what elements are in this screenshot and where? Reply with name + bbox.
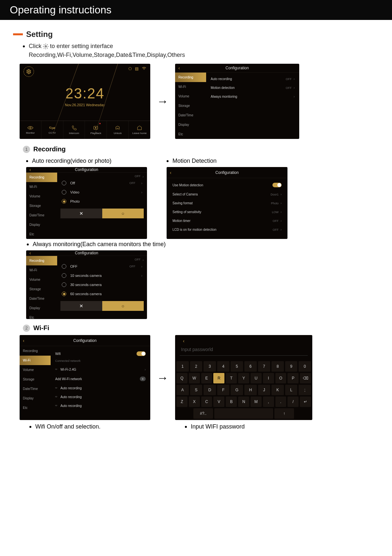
sidebar-item-volume[interactable]: Volume <box>26 275 57 284</box>
key-a[interactable]: A <box>176 385 189 395</box>
row-lcd-motion[interactable]: LCD is on for motion detectionOFF› <box>171 225 283 234</box>
key-z[interactable]: Z <box>176 396 188 407</box>
sidebar-item-display[interactable]: Display <box>20 394 51 403</box>
key-v[interactable]: V <box>213 396 224 407</box>
back-button[interactable]: ‹ <box>178 65 180 71</box>
row-always-monitoring[interactable]: Always montioring› <box>209 92 296 101</box>
sidebar-item-storage[interactable]: Storage <box>20 375 51 384</box>
sidebar-item-recording[interactable]: Recording <box>26 256 57 265</box>
sidebar-item-recording[interactable]: Recording <box>175 73 206 82</box>
key-u[interactable]: U <box>251 373 262 383</box>
wifi-net-3[interactable]: ⌔Auto recording <box>55 401 146 410</box>
sidebar-item-datetime[interactable]: Date/Time <box>26 211 57 220</box>
key-f[interactable]: F <box>217 385 230 395</box>
gear-button[interactable] <box>24 66 34 77</box>
row-sensitivity[interactable]: Setting of sensitivityLOW› <box>171 208 283 216</box>
sidebar-item-volume[interactable]: Volume <box>175 92 206 101</box>
password-input[interactable]: Input passworld <box>180 344 308 356</box>
sidebar-item-etc[interactable]: Etc <box>26 313 57 319</box>
radio-video[interactable]: Video› <box>60 188 144 197</box>
key-o[interactable]: O <box>275 373 286 383</box>
cancel-button[interactable]: ✕ <box>60 301 102 311</box>
back-button[interactable]: ‹ <box>29 167 31 172</box>
sidebar-item-storage[interactable]: Storage <box>175 101 206 110</box>
key-p[interactable]: P <box>287 373 299 383</box>
sidebar-item-storage[interactable]: Storage <box>26 284 57 294</box>
nav-leave[interactable]: Leave home <box>129 121 150 139</box>
sidebar-item-etc[interactable]: Etc <box>175 129 206 139</box>
sidebar-item-datetime[interactable]: Date/Time <box>20 384 51 394</box>
sidebar-item-etc[interactable]: Etc <box>20 403 51 413</box>
radio-10s[interactable]: 10 seconds camera› <box>60 271 144 280</box>
sidebar-item-display[interactable]: Display <box>175 120 206 129</box>
key-comma[interactable]: , <box>263 396 274 407</box>
sidebar-item-wifi[interactable]: Wi-Fi <box>26 182 57 192</box>
key-7[interactable]: 7 <box>258 361 270 372</box>
sidebar-item-recording[interactable]: Recording <box>26 173 57 182</box>
key-w[interactable]: W <box>189 373 200 383</box>
nav-unlock[interactable]: Unlock <box>107 121 129 139</box>
row-motion-timer[interactable]: Motion timerOFF› <box>171 216 283 225</box>
key-4[interactable]: 4 <box>217 361 230 372</box>
key-1[interactable]: 1 <box>176 361 189 372</box>
key-backspace[interactable]: ⌫ <box>300 373 311 383</box>
add-icon[interactable]: + <box>140 377 146 381</box>
key-y[interactable]: Y <box>238 373 249 383</box>
confirm-button[interactable]: ○ <box>102 209 144 218</box>
row-saving-format[interactable]: Saving formatPhoto› <box>171 199 283 208</box>
key-2[interactable]: 2 <box>190 361 203 372</box>
key-l[interactable]: L <box>285 385 298 395</box>
wifi-add-row[interactable]: Add Wi-Fi network+ <box>55 374 146 384</box>
key-t[interactable]: T <box>226 373 237 383</box>
key-c[interactable]: C <box>201 396 212 407</box>
key-g[interactable]: G <box>231 385 243 395</box>
sidebar-item-wifi[interactable]: Wi-Fi <box>175 82 206 92</box>
key-n[interactable]: N <box>238 396 249 407</box>
key-space[interactable] <box>214 408 273 419</box>
nav-intercom[interactable]: Intercom <box>63 121 85 139</box>
cancel-button[interactable]: ✕ <box>60 209 102 218</box>
sidebar-item-display[interactable]: Display <box>26 303 57 313</box>
key-6[interactable]: 6 <box>244 361 257 372</box>
radio-30s[interactable]: 30 seconds camera <box>60 280 144 289</box>
wifi-net-2[interactable]: ⌔Auto recording <box>55 393 146 401</box>
radio-always-off[interactable]: OFFOFF› <box>60 262 144 271</box>
wifi-toggle-row[interactable]: Wifi <box>55 349 146 359</box>
key-q[interactable]: Q <box>176 373 188 383</box>
key-r[interactable]: R <box>213 373 224 383</box>
radio-60s[interactable]: 60 seconds camera <box>60 289 144 298</box>
back-button[interactable]: ‹ <box>183 338 185 344</box>
back-button[interactable]: ‹ <box>170 170 172 175</box>
key-3[interactable]: 3 <box>204 361 216 372</box>
key-semicolon[interactable]: ; <box>299 385 311 395</box>
key-j[interactable]: J <box>258 385 270 395</box>
key-9[interactable]: 9 <box>285 361 298 372</box>
sidebar-item-recording[interactable]: Recording <box>20 346 51 356</box>
sidebar-item-storage[interactable]: Storage <box>26 201 57 211</box>
nav-cctv[interactable]: CCTV <box>41 121 63 139</box>
radio-photo[interactable]: Photo <box>60 197 144 206</box>
sidebar-item-wifi[interactable]: Wi-Fi <box>20 356 51 365</box>
key-shift[interactable]: ↑ <box>274 408 294 419</box>
key-0[interactable]: 0 <box>299 361 311 372</box>
key-5[interactable]: 5 <box>231 361 243 372</box>
nav-monitor[interactable]: Monitor <box>20 121 41 139</box>
key-k[interactable]: K <box>271 385 284 395</box>
key-symbols[interactable]: #?.. <box>193 408 213 419</box>
key-e[interactable]: E <box>201 373 212 383</box>
wifi-network-row[interactable]: ⌔Wi-Fi-2.4G› <box>55 365 146 374</box>
key-period[interactable]: . <box>275 396 286 407</box>
sidebar-item-datetime[interactable]: Date/Time <box>26 294 57 303</box>
key-h[interactable]: H <box>244 385 257 395</box>
back-button[interactable]: ‹ <box>29 250 31 256</box>
key-x[interactable]: X <box>189 396 200 407</box>
wifi-toggle[interactable] <box>137 351 146 356</box>
row-select-camera[interactable]: Select of CameraDoor1› <box>171 190 283 199</box>
key-s[interactable]: S <box>190 385 203 395</box>
key-slash[interactable]: / <box>287 396 299 407</box>
row-use-motion[interactable]: Use Motion detection <box>171 180 283 190</box>
sidebar-item-volume[interactable]: Volume <box>26 192 57 201</box>
key-i[interactable]: I <box>263 373 274 383</box>
confirm-button[interactable]: ○ <box>102 301 144 311</box>
row-auto-recording[interactable]: Auto recordingOFF› <box>209 75 296 83</box>
